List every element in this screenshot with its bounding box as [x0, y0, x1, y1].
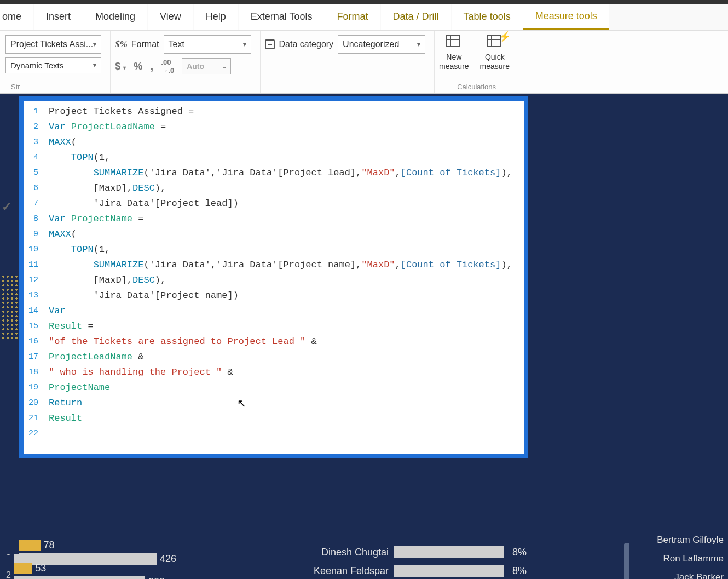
group-structure-label: Str	[11, 83, 20, 91]
ribbon-tabstrip: omeInsertModelingViewHelpExternal ToolsF…	[0, 4, 728, 31]
format-label: Format	[131, 39, 159, 49]
percent-button[interactable]: %	[134, 61, 142, 72]
formula-bar-expanded[interactable]: 12345678910111213141516171819202122 Proj…	[19, 96, 528, 458]
ribbon-tab-format[interactable]: Format	[325, 4, 380, 30]
home-table-select[interactable]: Dynamic Texts	[5, 57, 101, 73]
data-category-select[interactable]: Uncategorized	[338, 35, 425, 54]
people-list: Bertram GilfoyleRon LaflammeJack BarkerJ…	[619, 535, 728, 579]
measure-name-text: Project Tickets Assi...	[10, 39, 93, 49]
view-rail: ✓	[0, 198, 19, 554]
commit-check-icon[interactable]: ✓	[2, 200, 11, 214]
grid-icon	[446, 35, 460, 47]
decimal-button[interactable]: .00→.0	[161, 58, 174, 74]
comma-button[interactable]: ,	[150, 59, 153, 73]
ribbon-tab-table-tools[interactable]: Table tools	[452, 4, 523, 30]
format-type-text: Text	[169, 39, 184, 49]
home-table-text: Dynamic Texts	[10, 61, 63, 70]
ribbon-tab-view[interactable]: View	[148, 4, 193, 30]
decimal-places-input[interactable]: Auto	[182, 58, 231, 74]
format-buttons-row: $ ▾ % , .00→.0 Auto	[115, 58, 251, 74]
ribbon-tab-measure-tools[interactable]: Measure tools	[523, 4, 609, 30]
line-gutter: 12345678910111213141516171819202122	[24, 104, 43, 442]
group-structure: Project Tickets Assi... Dynamic Texts St…	[5, 31, 111, 93]
bar-row: Keenan Feldspar8%	[290, 561, 646, 579]
quick-measure-button[interactable]: ⚡ Quick measure	[480, 35, 510, 71]
group-calculations-label: Calculations	[457, 83, 496, 91]
list-item: Bertram Gilfoyle	[619, 535, 728, 553]
format-label-row: $% Format	[115, 39, 159, 50]
ribbon-body: Project Tickets Assi... Dynamic Texts St…	[0, 31, 728, 94]
bar-row: 253392	[0, 566, 257, 579]
ribbon-tab-modeling[interactable]: Modeling	[83, 4, 147, 30]
currency-button[interactable]: $ ▾	[115, 61, 126, 72]
new-measure-button[interactable]: New measure	[439, 35, 469, 71]
list-item: Ron Laflamme	[619, 553, 728, 572]
format-prefix-icon: $%	[115, 39, 128, 50]
format-type-select[interactable]: Text	[164, 35, 251, 54]
ribbon-tab-ome[interactable]: ome	[0, 4, 33, 30]
new-measure-label: New measure	[439, 53, 469, 71]
group-properties: Data category Uncategorized	[261, 31, 435, 93]
list-item: Jack Barker	[619, 572, 728, 579]
mouse-cursor-icon: ↖	[237, 397, 246, 410]
window-titlebar	[0, 0, 728, 4]
data-category-text: Uncategorized	[343, 39, 399, 49]
decimal-places-placeholder: Auto	[187, 62, 204, 71]
group-formatting: $% Format Text $ ▾ % , .00→.0 Auto	[111, 31, 260, 93]
ribbon-tab-data-drill[interactable]: Data / Drill	[381, 4, 451, 30]
measure-name-box[interactable]: Project Tickets Assi...	[5, 35, 101, 54]
bar-row: 378426	[0, 543, 257, 561]
data-category-label: Data category	[279, 39, 334, 49]
ribbon-tab-external-tools[interactable]: External Tools	[239, 4, 325, 30]
watchers-bar-chart: 3784262533921014119	[0, 543, 257, 579]
code-content[interactable]: Project Tickets Assigned = Var ProjectLe…	[43, 104, 512, 442]
data-category-icon	[265, 39, 275, 49]
ribbon-tab-help[interactable]: Help	[194, 4, 238, 30]
rail-pattern	[1, 274, 18, 340]
quick-measure-label: Quick measure	[480, 53, 510, 71]
lightning-icon: ⚡	[499, 32, 506, 42]
dax-editor[interactable]: 12345678910111213141516171819202122 Proj…	[24, 104, 524, 442]
ribbon-tab-insert[interactable]: Insert	[34, 4, 83, 30]
group-calculations: New measure ⚡ Quick measure Calculations	[435, 31, 518, 93]
technicians-bar-chart: Dinesh Chugtai8%Keenan Feldspar8%Gavin B…	[290, 543, 646, 579]
bar-row: Dinesh Chugtai8%	[290, 543, 646, 561]
